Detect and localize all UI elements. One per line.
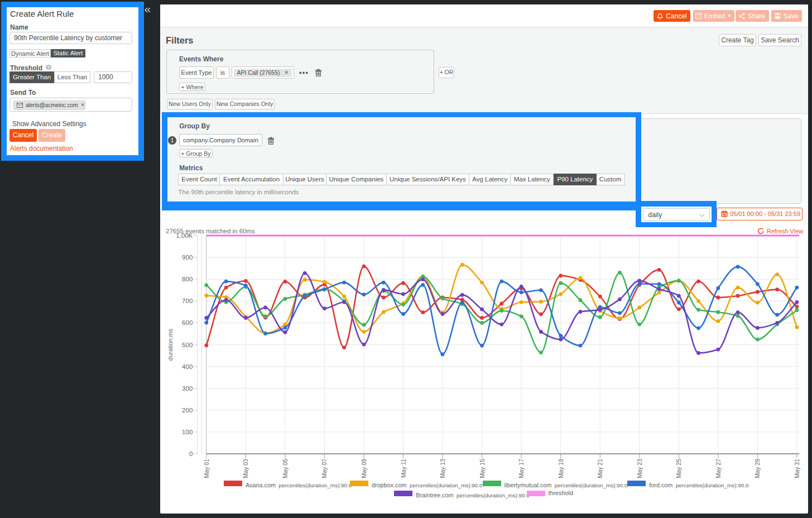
svg-text:1.00K: 1.00K <box>176 232 193 239</box>
svg-text:May 09: May 09 <box>361 459 367 478</box>
svg-text:May 15: May 15 <box>479 459 486 478</box>
svg-text:duration.ms: duration.ms <box>167 328 174 361</box>
svg-text:May 31: May 31 <box>794 459 800 478</box>
svg-text:900: 900 <box>182 254 193 261</box>
svg-text:0: 0 <box>189 450 193 457</box>
svg-text:200: 200 <box>182 407 193 414</box>
svg-text:May 01: May 01 <box>203 459 210 478</box>
svg-text:400: 400 <box>182 363 193 370</box>
svg-text:May 25: May 25 <box>675 459 682 478</box>
svg-text:100: 100 <box>182 429 193 435</box>
svg-text:500: 500 <box>182 342 193 348</box>
svg-text:May 19: May 19 <box>558 459 564 478</box>
svg-text:May 23: May 23 <box>636 459 643 478</box>
svg-text:May 07: May 07 <box>321 459 328 478</box>
svg-text:800: 800 <box>182 276 193 282</box>
svg-text:300: 300 <box>182 385 193 392</box>
svg-text:May 03: May 03 <box>242 459 249 478</box>
svg-text:May 13: May 13 <box>439 459 446 478</box>
svg-text:700: 700 <box>182 298 193 304</box>
svg-text:May 21: May 21 <box>597 459 603 478</box>
svg-text:May 29: May 29 <box>754 459 761 478</box>
svg-text:May 11: May 11 <box>400 459 407 478</box>
svg-text:600: 600 <box>182 319 193 326</box>
svg-text:May 27: May 27 <box>715 459 722 478</box>
svg-text:May 05: May 05 <box>282 459 289 478</box>
svg-text:May 17: May 17 <box>518 459 525 478</box>
